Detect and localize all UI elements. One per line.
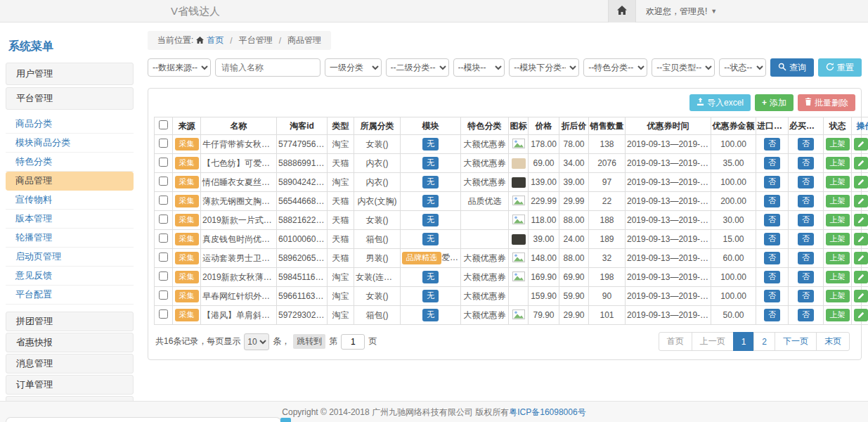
filter-status-select[interactable]: --状态-- [719, 58, 766, 77]
filter-source-select[interactable]: --数据来源-- [148, 58, 211, 77]
breadcrumb-home-link[interactable]: 首页 [207, 34, 224, 46]
sidebar-sub-promo-material[interactable]: 宣传物料 [6, 191, 134, 210]
import-select-toggle[interactable]: 否 [764, 233, 780, 245]
import-select-toggle[interactable]: 否 [764, 271, 780, 283]
sidebar-sub-version-management[interactable]: 版本管理 [6, 210, 134, 229]
import-select-toggle[interactable]: 否 [764, 138, 780, 150]
status-toggle[interactable]: 上架 [826, 214, 850, 226]
pagination-page-1[interactable]: 1 [733, 332, 755, 351]
must-buy-toggle[interactable]: 否 [798, 138, 814, 150]
sidebar-sub-product-management[interactable]: 商品管理 [6, 172, 134, 191]
sidebar-item-platform-management[interactable]: 平台管理 [6, 87, 134, 110]
module-badge[interactable]: 无 [422, 309, 439, 321]
edit-button[interactable] [854, 290, 868, 302]
sidebar-sub-carousel-management[interactable]: 轮播管理 [6, 229, 134, 248]
sidebar-sub-splash-management[interactable]: 启动页管理 [6, 248, 134, 267]
module-badge[interactable]: 无 [422, 157, 439, 169]
import-select-toggle[interactable]: 否 [764, 195, 780, 207]
row-checkbox[interactable] [159, 252, 168, 262]
row-checkbox[interactable] [159, 196, 168, 205]
pagination-page-2[interactable]: 2 [753, 332, 775, 351]
status-toggle[interactable]: 上架 [826, 195, 850, 207]
filter-category1-select[interactable]: 一级分类 [325, 58, 382, 77]
pagination-first[interactable]: 首页 [659, 332, 692, 351]
must-buy-toggle[interactable]: 否 [798, 271, 814, 283]
sidebar-item-saving-express[interactable]: 省惠快报 [6, 333, 134, 352]
row-checkbox[interactable] [159, 139, 168, 148]
module-badge[interactable]: 品牌精选 [402, 252, 441, 264]
edit-button[interactable] [854, 252, 868, 264]
jump-page-input[interactable] [341, 334, 365, 350]
module-badge[interactable]: 无 [422, 195, 439, 207]
bottom-widget-tab[interactable] [280, 418, 291, 422]
import-select-toggle[interactable]: 否 [764, 252, 780, 264]
name-search-input[interactable] [215, 58, 320, 77]
import-excel-button[interactable]: 导入excel [689, 94, 751, 111]
import-select-toggle[interactable]: 否 [764, 176, 780, 188]
must-buy-toggle[interactable]: 否 [798, 214, 814, 226]
icp-link[interactable]: 粤ICP备16098006号 [509, 407, 585, 417]
status-toggle[interactable]: 上架 [826, 176, 850, 188]
filter-module-sub-select[interactable]: --模块下分类-- [509, 58, 579, 77]
row-checkbox[interactable] [159, 177, 168, 186]
module-badge[interactable]: 无 [422, 233, 439, 245]
filter-feature-select[interactable]: --特色分类-- [583, 58, 647, 77]
sidebar-item-message-management[interactable]: 消息管理 [6, 354, 134, 373]
select-all-checkbox[interactable] [159, 120, 168, 129]
status-toggle[interactable]: 上架 [826, 157, 850, 169]
status-toggle[interactable]: 上架 [826, 138, 850, 150]
row-checkbox[interactable] [159, 271, 168, 281]
pagination-next[interactable]: 下一页 [775, 332, 817, 351]
filter-item-type-select[interactable]: --宝贝类型-- [652, 58, 715, 77]
edit-button[interactable] [854, 309, 868, 321]
sidebar-sub-product-category[interactable]: 商品分类 [6, 115, 134, 134]
user-menu[interactable]: 欢迎您，管理员! ▼ [636, 0, 868, 23]
filter-category2-select[interactable]: --二级分类-- [386, 58, 449, 77]
row-checkbox[interactable] [159, 215, 168, 224]
pagination-last[interactable]: 末页 [816, 332, 850, 351]
must-buy-toggle[interactable]: 否 [798, 195, 814, 207]
status-toggle[interactable]: 上架 [826, 290, 850, 302]
batch-delete-button[interactable]: 批量删除 [798, 94, 855, 111]
status-toggle[interactable]: 上架 [826, 271, 850, 283]
edit-button[interactable] [854, 195, 868, 207]
edit-button[interactable] [854, 157, 868, 170]
edit-button[interactable] [854, 271, 868, 283]
must-buy-toggle[interactable]: 否 [798, 157, 814, 169]
must-buy-toggle[interactable]: 否 [798, 233, 814, 245]
must-buy-toggle[interactable]: 否 [798, 309, 814, 321]
sidebar-item-group-buy[interactable]: 拼团管理 [6, 312, 134, 331]
import-select-toggle[interactable]: 否 [764, 309, 780, 321]
status-toggle[interactable]: 上架 [826, 233, 850, 245]
row-checkbox[interactable] [159, 158, 168, 167]
status-toggle[interactable]: 上架 [826, 309, 850, 321]
sidebar-item-order-management[interactable]: 订单管理 [6, 375, 134, 395]
edit-button[interactable] [854, 138, 868, 151]
must-buy-toggle[interactable]: 否 [798, 290, 814, 302]
reset-button[interactable]: 重置 [818, 58, 862, 77]
module-badge[interactable]: 无 [422, 138, 439, 150]
must-buy-toggle[interactable]: 否 [798, 252, 814, 264]
module-badge[interactable]: 无 [422, 271, 439, 283]
sidebar-sub-platform-config[interactable]: 平台配置 [6, 286, 134, 305]
module-badge[interactable]: 无 [422, 214, 439, 226]
sidebar-sub-feedback[interactable]: 意见反馈 [6, 267, 134, 286]
must-buy-toggle[interactable]: 否 [798, 176, 814, 188]
sidebar-sub-module-product-category[interactable]: 模块商品分类 [6, 134, 134, 153]
module-badge[interactable]: 无 [422, 290, 439, 302]
edit-button[interactable] [854, 176, 868, 188]
import-select-toggle[interactable]: 否 [764, 214, 780, 226]
module-badge[interactable]: 无 [422, 176, 439, 188]
import-select-toggle[interactable]: 否 [764, 290, 780, 302]
pagination-prev[interactable]: 上一页 [692, 332, 734, 351]
edit-button[interactable] [854, 233, 868, 245]
edit-button[interactable] [854, 214, 868, 226]
row-checkbox[interactable] [159, 309, 168, 319]
filter-module-select[interactable]: --模块-- [453, 58, 505, 77]
search-button[interactable]: 查询 [770, 58, 814, 77]
row-checkbox[interactable] [159, 290, 168, 300]
page-size-select[interactable]: 10 [244, 333, 269, 350]
add-button[interactable]: + 添加 [755, 94, 793, 111]
sidebar-sub-feature-category[interactable]: 特色分类 [6, 153, 134, 172]
status-toggle[interactable]: 上架 [826, 252, 850, 264]
